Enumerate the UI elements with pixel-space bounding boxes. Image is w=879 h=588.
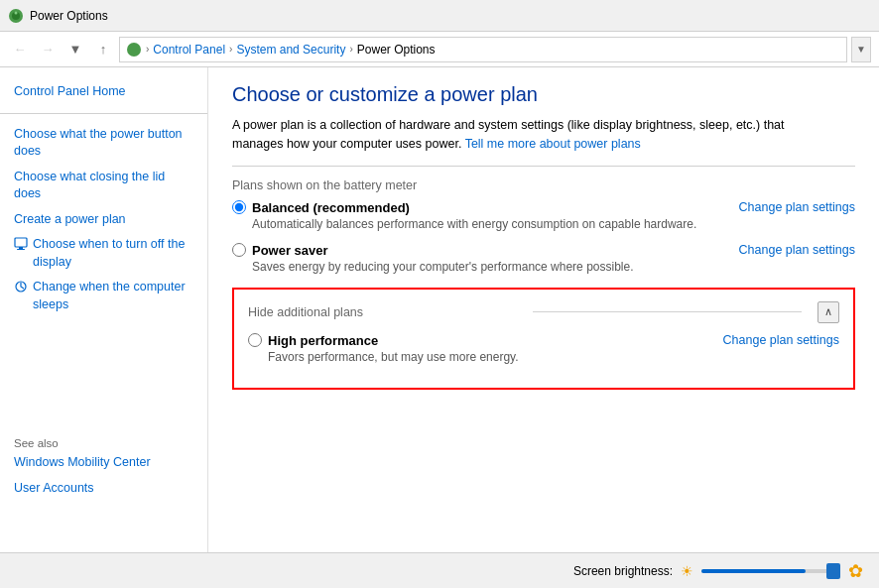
breadcrumb-arrow-2: › [229,44,232,55]
breadcrumb-control-panel[interactable]: Control Panel [153,43,225,57]
plan-power-saver-change-link[interactable]: Change plan settings [739,243,855,257]
collapse-icon: ∧ [824,305,832,318]
up-button[interactable]: ↑ [91,38,115,61]
title-bar: Power Options [0,0,879,32]
sidebar-item-turn-off-display[interactable]: Choose when to turn off the display [0,232,207,275]
svg-rect-4 [15,238,27,247]
sidebar-item-create-plan[interactable]: Create a power plan [0,207,207,233]
breadcrumb-arrow-3: › [349,44,352,55]
plan-power-saver-radio-row: Power saver [232,243,634,258]
sidebar: Control Panel Home Choose what the power… [0,67,208,552]
svg-point-3 [127,43,141,57]
title-bar-text: Power Options [30,9,108,23]
additional-plans-section: Hide additional plans ∧ High performance… [232,288,855,390]
window-icon [8,8,24,24]
brightness-label: Screen brightness: [573,564,673,578]
sun-low-icon: ☀ [681,563,693,579]
plan-power-saver-left: Power saver Saves energy by reducing you… [232,243,634,274]
plan-high-performance-name: High performance [268,333,378,348]
status-bar: Screen brightness: ☀ ✿ [0,552,879,588]
brightness-slider[interactable] [701,569,840,573]
recent-locations-button[interactable]: ▼ [63,38,87,61]
plan-power-saver-name: Power saver [252,243,328,258]
main-layout: Control Panel Home Choose what the power… [0,67,879,552]
plan-power-saver-radio[interactable] [232,243,246,257]
breadcrumb-arrow-1: › [146,44,149,55]
location-icon [126,42,142,58]
brightness-slider-fill [701,569,806,573]
svg-point-2 [15,11,18,14]
plan-item-balanced: Balanced (recommended) Automatically bal… [232,200,855,231]
sleep-icon [14,280,28,294]
plan-high-performance-radio-row: High performance [248,333,519,348]
sidebar-item-computer-sleeps[interactable]: Change when the computer sleeps [0,275,207,317]
breadcrumb: › Control Panel › System and Security › … [119,37,847,62]
sidebar-item-user-accounts[interactable]: User Accounts [0,476,208,502]
plan-high-performance-description: Favors performance, but may use more ene… [268,350,519,364]
collapse-button[interactable]: ∧ [817,301,839,323]
plan-high-performance-radio[interactable] [248,333,262,347]
forward-button[interactable]: → [36,38,60,61]
sidebar-item-mobility-center[interactable]: Windows Mobility Center [0,450,208,476]
plan-item-power-saver: Power saver Saves energy by reducing you… [232,243,855,274]
back-button[interactable]: ← [8,38,32,61]
sidebar-item-turn-off-label: Choose when to turn off the display [33,236,193,271]
brightness-slider-thumb[interactable] [826,563,840,579]
sidebar-item-power-button[interactable]: Choose what the power button does [0,122,207,165]
sidebar-item-sleeps-label: Change when the computer sleeps [33,279,193,313]
plan-item-high-performance: High performance Favors performance, but… [248,333,839,364]
learn-more-link[interactable]: Tell me more about power plans [465,137,641,151]
sidebar-divider-1 [0,113,207,114]
sidebar-item-control-panel-home[interactable]: Control Panel Home [0,79,207,105]
plans-divider [232,166,855,167]
content-area: Choose or customize a power plan A power… [208,67,879,552]
plan-balanced-description: Automatically balances performance with … [252,217,696,231]
breadcrumb-power-options: Power Options [357,43,436,57]
page-description: A power plan is a collection of hardware… [232,116,827,154]
svg-rect-5 [19,247,23,249]
plan-balanced-radio[interactable] [232,200,246,214]
breadcrumb-system-security[interactable]: System and Security [236,43,345,57]
sidebar-item-closing-lid[interactable]: Choose what closing the lid does [0,165,207,207]
plan-balanced-name: Balanced (recommended) [252,200,410,215]
plan-balanced-left: Balanced (recommended) Automatically bal… [232,200,696,231]
plan-power-saver-description: Saves energy by reducing your computer's… [252,260,634,274]
address-bar: ← → ▼ ↑ › Control Panel › System and Sec… [0,32,879,67]
svg-rect-6 [17,249,25,250]
see-also-title: See also [0,421,72,453]
address-dropdown-button[interactable]: ▼ [851,37,871,62]
additional-plans-label: Hide additional plans [248,305,517,319]
plan-balanced-radio-row: Balanced (recommended) [232,200,696,215]
additional-plans-header: Hide additional plans ∧ [248,301,839,323]
page-title: Choose or customize a power plan [232,83,855,106]
plan-high-performance-left: High performance Favors performance, but… [248,333,519,364]
plan-high-performance-change-link[interactable]: Change plan settings [723,333,839,347]
additional-plans-divider-line [533,311,802,312]
plan-balanced-change-link[interactable]: Change plan settings [739,200,855,214]
sun-high-icon: ✿ [848,560,863,582]
plans-section-label: Plans shown on the battery meter [232,178,855,192]
monitor-icon [14,237,28,251]
